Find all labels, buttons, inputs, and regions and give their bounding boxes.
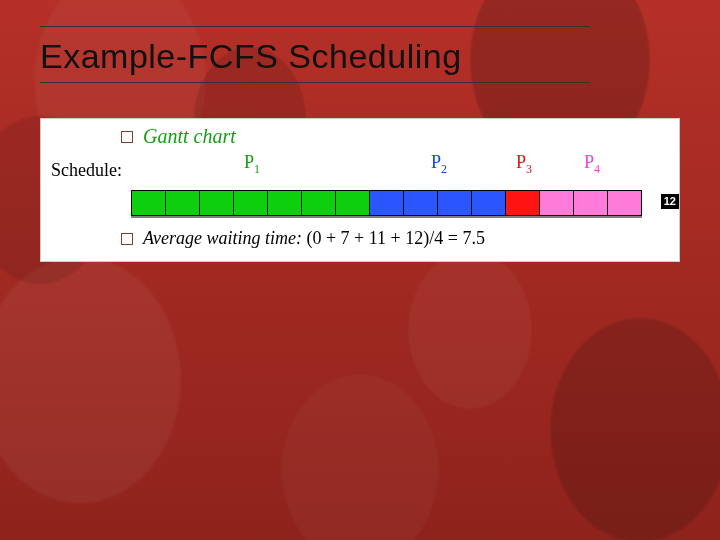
gantt-unit [608, 191, 642, 215]
avg-prefix: Average waiting time: [143, 228, 302, 248]
gantt-unit [268, 191, 302, 215]
gantt-chart-label: Gantt chart [143, 125, 236, 148]
gantt-unit [506, 191, 540, 215]
process-p1-label: P1 [244, 152, 260, 177]
avg-result: = 7.5 [448, 228, 485, 248]
gantt-unit [234, 191, 268, 215]
square-bullet-icon [121, 233, 133, 245]
gantt-unit [132, 191, 166, 215]
content-panel: Gantt chart Schedule: P1 P2 P3 P4 12 Ave… [40, 118, 680, 262]
tick-12-label: 12 [661, 194, 679, 209]
gantt-unit [472, 191, 506, 215]
gantt-unit [302, 191, 336, 215]
square-bullet-icon [121, 131, 133, 143]
process-p4-label: P4 [584, 152, 600, 177]
gantt-unit [370, 191, 404, 215]
process-p3-label: P3 [516, 152, 532, 177]
bullet-row-gantt: Gantt chart [41, 123, 679, 150]
gantt-unit [540, 191, 574, 215]
gantt-unit [336, 191, 370, 215]
gantt-unit [200, 191, 234, 215]
process-p2-label: P2 [431, 152, 447, 177]
gantt-chart: 12 [131, 190, 669, 218]
gantt-unit [404, 191, 438, 215]
gantt-bars [131, 190, 642, 216]
avg-expression: (0 + 7 + 11 + 12)/4 [306, 228, 443, 248]
bullet-row-avg: Average waiting time: (0 + 7 + 11 + 12)/… [41, 222, 679, 251]
gantt-unit [166, 191, 200, 215]
slide: Example-FCFS Scheduling Gantt chart Sche… [0, 0, 720, 540]
schedule-label: Schedule: [51, 160, 122, 181]
gantt-unit [438, 191, 472, 215]
gantt-unit [574, 191, 608, 215]
schedule-row: Schedule: P1 P2 P3 P4 [41, 150, 679, 186]
avg-waiting-text: Average waiting time: (0 + 7 + 11 + 12)/… [143, 228, 485, 249]
page-title: Example-FCFS Scheduling [40, 37, 590, 76]
title-box: Example-FCFS Scheduling [40, 26, 590, 83]
